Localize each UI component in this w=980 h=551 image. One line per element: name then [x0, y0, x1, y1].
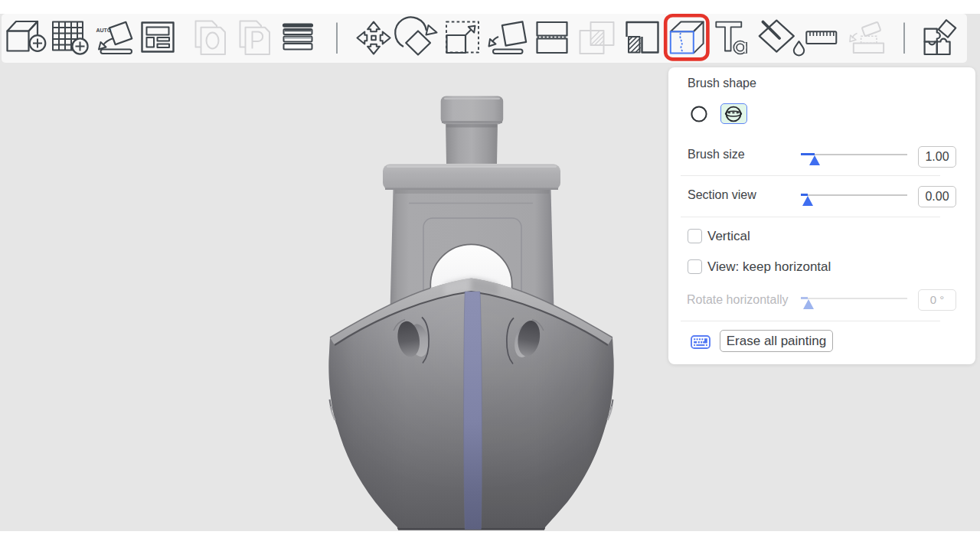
svg-text:AUTO: AUTO: [96, 28, 112, 33]
